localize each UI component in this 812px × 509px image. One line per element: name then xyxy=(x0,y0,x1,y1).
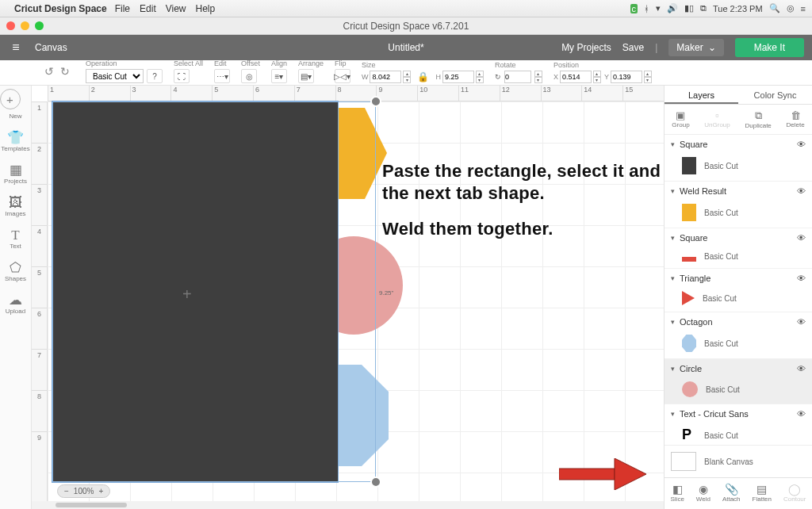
text-icon: T xyxy=(0,228,32,243)
save-link[interactable]: Save xyxy=(622,42,644,53)
attach-button[interactable]: 📎Attach xyxy=(722,483,741,503)
flatten-button[interactable]: ▤Flatten xyxy=(753,483,772,503)
blank-canvas-row[interactable]: Blank Canvas xyxy=(665,445,812,477)
tab-color-sync[interactable]: Color Sync xyxy=(738,86,812,104)
volume-icon[interactable]: 🔊 xyxy=(667,3,678,13)
menubar-app-name[interactable]: Cricut Design Space xyxy=(14,3,107,14)
layer-item[interactable]: Basic Cut xyxy=(665,201,812,228)
svg-marker-0 xyxy=(338,108,387,199)
dropbox-icon[interactable]: ⧉ xyxy=(700,3,707,13)
height-stepper[interactable]: ▴▾ xyxy=(476,71,484,83)
visibility-icon[interactable]: 👁 xyxy=(797,186,806,196)
slice-button[interactable]: ◧Slice xyxy=(670,483,684,503)
close-window-button[interactable] xyxy=(6,21,15,30)
width-stepper[interactable]: ▴▾ xyxy=(403,71,411,83)
undo-button[interactable]: ↺ xyxy=(44,65,54,78)
spotlight-icon[interactable]: 🔍 xyxy=(769,3,780,13)
hamburger-menu[interactable]: ≡ xyxy=(0,40,32,55)
svg-marker-2 xyxy=(338,365,389,466)
caret-icon: ▾ xyxy=(671,410,675,418)
new-tool[interactable]: +New xyxy=(0,89,32,120)
machine-select[interactable]: Maker ⌄ xyxy=(668,39,723,56)
layer-item[interactable]: Basic Cut xyxy=(665,154,812,181)
clock[interactable]: Tue 2:23 PM xyxy=(713,4,763,13)
my-projects-link[interactable]: My Projects xyxy=(561,42,611,53)
menu-edit[interactable]: Edit xyxy=(140,3,156,14)
visibility-icon[interactable]: 👁 xyxy=(797,274,806,283)
bluetooth-icon[interactable]: ᚼ xyxy=(644,4,649,13)
arrange-button[interactable]: ▤▾ xyxy=(298,69,314,83)
duplicate-button[interactable]: ⧉Duplicate xyxy=(745,109,771,129)
caret-icon: ▾ xyxy=(671,234,675,242)
layer-item[interactable]: PBasic Cut xyxy=(665,423,812,445)
layer-group[interactable]: ▾Circle👁Basic Cut xyxy=(665,359,812,404)
lock-aspect-icon[interactable]: 🔒 xyxy=(417,71,429,82)
visibility-icon[interactable]: 👁 xyxy=(797,364,806,373)
edit-label: Edit xyxy=(214,59,230,67)
layer-group[interactable]: ▾Text - Cricut Sans👁PBasic Cut xyxy=(665,404,812,445)
layer-group[interactable]: ▾Square👁Basic Cut xyxy=(665,135,812,182)
layer-item[interactable]: Basic Cut xyxy=(665,378,812,404)
shapes-tool[interactable]: ⬠Shapes xyxy=(0,261,32,282)
pos-x-input[interactable] xyxy=(560,71,592,83)
make-it-button[interactable]: Make It xyxy=(735,38,804,57)
visibility-icon[interactable]: 👁 xyxy=(797,140,806,149)
text-tool[interactable]: TText xyxy=(0,228,32,250)
canvas-instruction-text[interactable]: Paste the rectangle, select it and the n… xyxy=(382,160,664,254)
status-icon[interactable]: c xyxy=(630,4,638,13)
layer-name: Weld Result xyxy=(680,186,726,196)
weld-button[interactable]: ◉Weld xyxy=(696,483,710,503)
menu-file[interactable]: File xyxy=(115,3,130,14)
visibility-icon[interactable]: 👁 xyxy=(797,317,806,327)
width-input[interactable] xyxy=(370,71,401,83)
select-all-button[interactable]: ⛶ xyxy=(174,69,190,83)
canvas-area[interactable]: 123456789101112131415 123456789 + 9.25" … xyxy=(32,86,664,509)
offset-button[interactable]: ◎ xyxy=(241,69,257,83)
siri-icon[interactable]: ◎ xyxy=(787,3,795,13)
list-icon[interactable]: ≡ xyxy=(801,4,806,13)
layer-group[interactable]: ▾Weld Result👁Basic Cut xyxy=(665,182,812,228)
zoom-out-icon[interactable]: − xyxy=(64,487,69,496)
layer-group[interactable]: ▾Square👁Basic Cut xyxy=(665,228,812,269)
delete-button[interactable]: 🗑Delete xyxy=(787,109,805,129)
redo-button[interactable]: ↻ xyxy=(60,65,70,78)
height-input[interactable] xyxy=(442,71,474,83)
wifi-icon[interactable]: ▾ xyxy=(656,3,661,13)
pos-x-stepper[interactable]: ▴▾ xyxy=(593,71,601,83)
zoom-in-icon[interactable]: + xyxy=(98,487,103,496)
images-tool[interactable]: 🖼Images xyxy=(0,196,32,217)
visibility-icon[interactable]: 👁 xyxy=(797,233,806,243)
battery-icon[interactable]: ▮▯ xyxy=(684,3,694,13)
visibility-icon[interactable]: 👁 xyxy=(797,409,806,419)
pos-y-stepper[interactable]: ▴▾ xyxy=(644,71,652,83)
blue-octagon-shape[interactable] xyxy=(338,365,389,466)
layer-item[interactable]: Basic Cut xyxy=(665,288,812,312)
layer-group[interactable]: ▾Octagon👁Basic Cut xyxy=(665,312,812,359)
dark-rectangle[interactable] xyxy=(52,101,338,482)
tab-layers[interactable]: Layers xyxy=(665,86,738,104)
menu-help[interactable]: Help xyxy=(196,3,216,14)
flip-button[interactable]: ▷◁▾ xyxy=(335,69,350,83)
scrollbar-thumb[interactable] xyxy=(56,503,127,507)
align-button[interactable]: ≡▾ xyxy=(271,69,287,83)
operation-select[interactable]: Basic Cut xyxy=(86,69,144,83)
yellow-tab-shape[interactable] xyxy=(338,108,387,199)
minimize-window-button[interactable] xyxy=(21,21,29,30)
rotate-stepper[interactable]: ▴▾ xyxy=(534,71,542,83)
horizontal-scrollbar[interactable] xyxy=(32,501,664,509)
operation-help-button[interactable]: ? xyxy=(147,69,163,83)
pos-y-input[interactable] xyxy=(611,71,642,83)
edit-button[interactable]: ⋯▾ xyxy=(214,69,230,83)
layer-group[interactable]: ▾Triangle👁Basic Cut xyxy=(665,269,812,312)
instruction-line-2: Weld them together. xyxy=(382,218,664,240)
templates-tool[interactable]: 👕Templates xyxy=(0,131,32,152)
layer-item[interactable]: Basic Cut xyxy=(665,331,812,358)
zoom-window-button[interactable] xyxy=(35,21,44,30)
layer-item[interactable]: Basic Cut xyxy=(665,247,812,268)
group-button[interactable]: ▣Group xyxy=(672,109,689,129)
rotate-input[interactable] xyxy=(504,71,531,83)
projects-tool[interactable]: ▦Projects xyxy=(0,163,32,185)
upload-tool[interactable]: ☁Upload xyxy=(0,293,32,315)
zoom-control[interactable]: − 100% + xyxy=(57,484,110,498)
menu-view[interactable]: View xyxy=(166,3,186,14)
